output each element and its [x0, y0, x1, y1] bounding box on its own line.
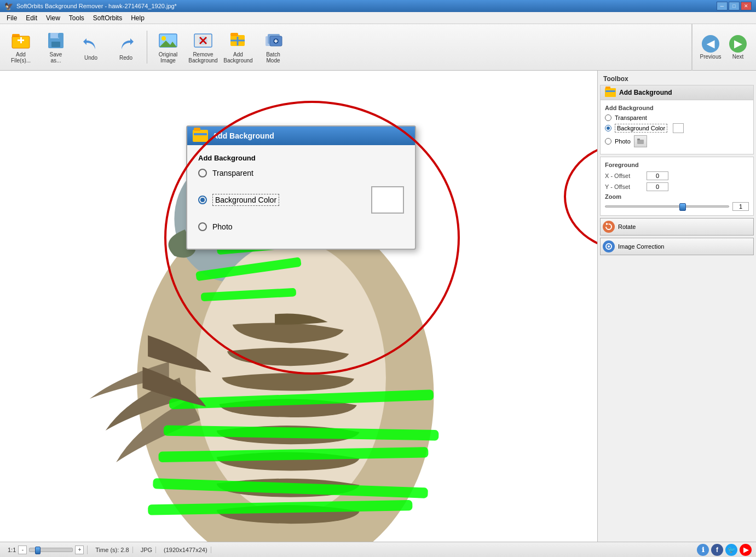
next-button[interactable]: ▶ Next [724, 27, 752, 67]
svg-point-11 [161, 36, 166, 41]
batch-icon [263, 31, 283, 50]
toolbar: AddFile(s)... Saveas... Undo Red [0, 24, 756, 71]
toolbox-transparent-radio[interactable] [605, 114, 611, 121]
rotate-button[interactable]: Rotate [600, 218, 754, 236]
background-color-option[interactable]: Background Color [198, 186, 404, 214]
toolbox-color-swatch[interactable] [673, 123, 684, 133]
svg-rect-7 [51, 42, 60, 47]
color-swatch[interactable] [371, 186, 404, 214]
add-bg-icon [228, 31, 248, 50]
menu-tools[interactable]: Tools [65, 13, 89, 23]
photo-label: Photo [212, 222, 233, 231]
toolbox-photo-folder-btn[interactable] [634, 135, 647, 147]
save-as-button[interactable]: Saveas... [39, 27, 72, 67]
toolbox-section-label: Add Background [619, 89, 672, 96]
remove-background-button[interactable]: RemoveBackground [187, 27, 220, 67]
toolbox-transparent-option[interactable]: Transparent [605, 114, 749, 121]
canvas-area[interactable]: Add Background Add Background Transparen… [0, 71, 597, 542]
nav-buttons: ◀ Previous ▶ Next [691, 24, 752, 71]
zoom-slider-container: 1 [605, 202, 749, 211]
toolbox-bg-color-radio[interactable] [605, 125, 611, 131]
svg-rect-43 [637, 139, 640, 140]
toolbox-title: Toolbox [600, 73, 754, 85]
redo-button[interactable]: Redo [109, 27, 142, 67]
menu-bar: File Edit View Tools SoftOrbits Help [0, 12, 756, 24]
toolbox-foreground-section: Foreground X - Offset Y - Offset Zoom [600, 157, 754, 216]
undo-icon [81, 34, 101, 54]
format-value: JPG [141, 547, 152, 553]
next-label: Next [732, 54, 744, 60]
toolbox-add-background-section: Add Background Add Background Transparen… [600, 85, 754, 154]
svg-rect-19 [230, 33, 238, 36]
twitter-icon[interactable]: 🐦 [725, 544, 737, 556]
info-icon[interactable]: ℹ [697, 544, 709, 556]
dialog-folder-icon [193, 130, 208, 142]
x-offset-input[interactable] [647, 171, 668, 180]
status-bar: 1:1 - + Time (s): 2.8 JPG (1920x1477x24)… [0, 542, 756, 557]
background-color-radio[interactable] [198, 196, 207, 204]
format-display: JPG [137, 547, 156, 553]
add-bg-label: AddBackground [223, 51, 252, 64]
facebook-icon[interactable]: f [711, 544, 723, 556]
window-title: SoftOrbits Background Remover - hawk-271… [16, 3, 717, 9]
undo-button[interactable]: Undo [74, 27, 107, 67]
social-links: ℹ f 🐦 ▶ [697, 544, 752, 556]
menu-view[interactable]: View [42, 13, 65, 23]
zoom-slider-thumb[interactable] [679, 203, 686, 211]
rotate-label: Rotate [618, 223, 636, 230]
transparent-option[interactable]: Transparent [198, 169, 404, 177]
batch-mode-button[interactable]: BatchMode [257, 27, 290, 67]
original-image-label: OriginalImage [159, 51, 177, 64]
redo-icon [116, 34, 136, 54]
minimize-button[interactable]: ─ [717, 2, 728, 10]
add-background-button[interactable]: AddBackground [222, 27, 255, 67]
dialog-body: Add Background Transparent Background Co… [187, 145, 415, 249]
dialog-title: Add Background [212, 131, 274, 140]
transparent-radio[interactable] [198, 169, 207, 177]
remove-bg-icon [193, 31, 213, 50]
time-label: Time (s): [95, 547, 119, 553]
zoom-controls: 1:1 - + [4, 545, 88, 554]
menu-edit[interactable]: Edit [21, 13, 42, 23]
previous-label: Previous [700, 54, 722, 60]
zoom-minus-button[interactable]: - [18, 545, 27, 554]
zoom-plus-button[interactable]: + [75, 545, 84, 554]
add-files-button[interactable]: AddFile(s)... [4, 27, 37, 67]
menu-softorbits[interactable]: SoftOrbits [89, 13, 126, 23]
toolbox-transparent-label: Transparent [615, 114, 647, 121]
svg-point-46 [608, 245, 610, 248]
dialog-section-title: Add Background [198, 154, 404, 162]
y-offset-input[interactable] [647, 182, 668, 191]
menu-help[interactable]: Help [126, 13, 149, 23]
zoom-slider[interactable] [605, 205, 729, 208]
save-icon [46, 31, 66, 50]
toolbox-bg-color-label: Background Color [615, 124, 667, 133]
redo-label: Redo [119, 55, 132, 61]
youtube-icon[interactable]: ▶ [740, 544, 752, 556]
rotate-icon [603, 221, 615, 233]
status-zoom-thumb[interactable] [35, 547, 41, 554]
toolbox-photo-label: Photo [615, 138, 631, 145]
undo-label: Undo [84, 55, 97, 61]
add-background-dialog: Add Background Add Background Transparen… [186, 125, 416, 250]
main-area: Add Background Add Background Transparen… [0, 71, 756, 542]
toolbar-sep-1 [147, 31, 147, 64]
foreground-label: Foreground [605, 162, 749, 168]
toolbox-photo-radio[interactable] [605, 138, 611, 145]
svg-rect-1 [12, 34, 20, 37]
toolbox-foreground-content: Foreground X - Offset Y - Offset Zoom [601, 157, 753, 215]
maximize-button[interactable]: □ [729, 2, 740, 10]
previous-button[interactable]: ◀ Previous [697, 27, 724, 67]
photo-radio[interactable] [198, 222, 207, 231]
menu-file[interactable]: File [2, 13, 21, 23]
close-button[interactable]: ✕ [741, 2, 752, 10]
toolbox-photo-option[interactable]: Photo [605, 135, 749, 147]
image-correction-button[interactable]: Image Correction [600, 238, 754, 255]
time-value: 2.8 [120, 547, 129, 553]
toolbox-bg-color-option[interactable]: Background Color [605, 123, 749, 133]
svg-rect-6 [50, 33, 59, 38]
status-zoom-slider[interactable] [29, 548, 73, 552]
original-image-button[interactable]: OriginalImage [152, 27, 184, 67]
photo-option[interactable]: Photo [198, 222, 404, 231]
image-correction-label: Image Correction [618, 243, 664, 250]
